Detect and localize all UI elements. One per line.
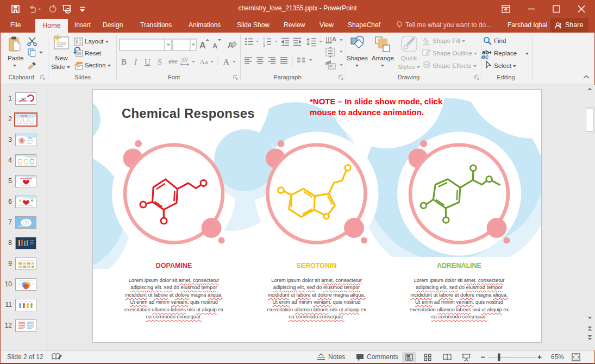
svg-text:A: A	[223, 58, 229, 66]
svg-text:I: I	[134, 58, 137, 66]
svg-text:A: A	[332, 36, 336, 42]
svg-text:*NOTE: *NOTE	[21, 115, 28, 117]
svg-text:3: 3	[263, 43, 265, 47]
svg-text:B: B	[121, 58, 127, 66]
svg-text:A: A	[199, 41, 206, 50]
svg-text:abc: abc	[168, 58, 178, 65]
svg-text:AV: AV	[180, 57, 189, 63]
svg-text:A: A	[212, 42, 218, 50]
svg-text:S: S	[158, 58, 162, 66]
svg-text:Aa: Aa	[199, 58, 208, 66]
svg-text:ac: ac	[482, 53, 488, 60]
svg-text:U: U	[145, 58, 151, 66]
svg-text:Title: Title	[28, 137, 33, 140]
